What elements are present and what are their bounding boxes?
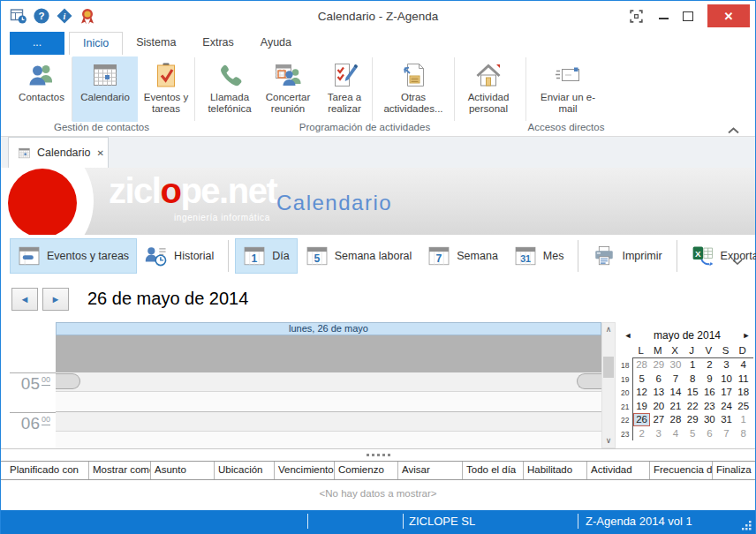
- grid-column-header[interactable]: Todo el día: [463, 462, 524, 479]
- minical-day[interactable]: 17: [718, 386, 735, 399]
- scrollbar-thumb[interactable]: [603, 357, 614, 378]
- next-day-button[interactable]: ►: [42, 288, 69, 311]
- toolbar-button-cal-7[interactable]: 7Semana: [420, 238, 506, 274]
- minical-day[interactable]: 5: [633, 372, 650, 386]
- minical-day[interactable]: 2: [701, 358, 718, 372]
- minical-day[interactable]: 13: [650, 386, 667, 399]
- mini-calendar-prev-icon[interactable]: ◄: [621, 331, 635, 340]
- maximize-button[interactable]: [683, 11, 693, 21]
- minical-day[interactable]: 26: [633, 413, 650, 426]
- tab-calendario[interactable]: Calendario ✕: [8, 137, 109, 168]
- minical-day[interactable]: 3: [718, 358, 735, 372]
- selection-handle-left[interactable]: [56, 373, 80, 389]
- minical-day[interactable]: 5: [684, 427, 701, 440]
- minical-day[interactable]: 12: [633, 386, 650, 399]
- minical-day[interactable]: 8: [735, 427, 752, 440]
- day-column-header[interactable]: lunes, 26 de mayo: [56, 322, 601, 335]
- tab-close-icon[interactable]: ✕: [96, 148, 103, 158]
- minical-day[interactable]: 31: [718, 413, 735, 426]
- grid-column-header[interactable]: Asunto: [151, 462, 215, 479]
- toolbar-button-export[interactable]: XExportar...: [684, 238, 756, 274]
- minical-day[interactable]: 6: [650, 372, 667, 386]
- vertical-scrollbar[interactable]: ∧ ∨: [601, 322, 616, 448]
- toolbar-chevron-down-icon[interactable]: [732, 252, 743, 259]
- minical-day[interactable]: 30: [667, 358, 684, 372]
- toolbar-button-cal-31[interactable]: 31Mes: [506, 238, 572, 274]
- toolbar-button-history[interactable]: Historial: [137, 238, 222, 274]
- minical-day[interactable]: 9: [701, 372, 718, 386]
- minical-day[interactable]: 1: [684, 358, 701, 372]
- minical-day[interactable]: 22: [684, 400, 701, 413]
- help-icon[interactable]: ?: [33, 7, 50, 25]
- minical-day[interactable]: 14: [667, 386, 684, 399]
- minical-day[interactable]: 7: [667, 372, 684, 386]
- menu-tab-ayuda[interactable]: Ayuda: [247, 32, 305, 55]
- grid-column-header[interactable]: Habilitado: [524, 462, 587, 479]
- menu-tab-sistema[interactable]: Sistema: [123, 32, 189, 55]
- grid-column-header[interactable]: Vencimiento: [275, 462, 335, 479]
- resize-grip[interactable]: [741, 520, 752, 531]
- minical-day[interactable]: 25: [735, 400, 752, 413]
- toolbar-button-cal-5[interactable]: 5Semana laboral: [298, 238, 420, 274]
- minical-day[interactable]: 7: [718, 427, 735, 440]
- splitter-handle[interactable]: [1, 448, 755, 461]
- info-icon[interactable]: i: [56, 7, 73, 25]
- minimize-button[interactable]: [658, 10, 669, 22]
- minical-day[interactable]: 1: [735, 413, 752, 426]
- ribbon-button-task[interactable]: Tarea a realizar: [317, 56, 372, 122]
- award-icon[interactable]: [79, 7, 96, 25]
- toolbar-button-cal-1[interactable]: 1Día: [235, 238, 297, 274]
- minical-day[interactable]: 24: [718, 400, 735, 413]
- time-slot[interactable]: [56, 372, 601, 392]
- ribbon-button-phone[interactable]: Llamada telefónica: [200, 56, 259, 122]
- minical-day[interactable]: 11: [735, 372, 752, 386]
- minical-day[interactable]: 29: [684, 413, 701, 426]
- minical-day[interactable]: 21: [667, 400, 684, 413]
- time-slot[interactable]: [56, 392, 601, 412]
- grid-column-header[interactable]: Frecuencia de: [650, 462, 713, 479]
- minical-day[interactable]: 4: [735, 358, 752, 372]
- minical-day[interactable]: 27: [650, 413, 667, 426]
- scroll-up-icon[interactable]: ∧: [602, 324, 615, 335]
- mini-calendar-next-icon[interactable]: ►: [739, 331, 753, 340]
- minical-day[interactable]: 19: [633, 400, 650, 413]
- grid-column-header[interactable]: Comienzo: [335, 462, 398, 479]
- minical-day[interactable]: 18: [735, 386, 752, 399]
- minical-day[interactable]: 4: [667, 427, 684, 440]
- selection-handle-right[interactable]: [577, 373, 601, 389]
- ribbon-button-house[interactable]: Actividad personal: [457, 56, 520, 122]
- minical-day[interactable]: 29: [650, 358, 667, 372]
- minical-day[interactable]: 16: [701, 386, 718, 399]
- grid-column-header[interactable]: Ubicación: [215, 462, 275, 479]
- minical-day[interactable]: 23: [701, 400, 718, 413]
- minical-day[interactable]: 28: [633, 358, 650, 372]
- minical-day[interactable]: 28: [667, 413, 684, 426]
- minical-day[interactable]: 15: [684, 386, 701, 399]
- ribbon-button-other[interactable]: Otras actividades...: [374, 56, 452, 122]
- menu-overflow-button[interactable]: ...: [10, 32, 64, 55]
- fullscreen-icon[interactable]: [629, 9, 644, 24]
- ribbon-button-events[interactable]: Eventos y tareas: [138, 56, 194, 122]
- prev-day-button[interactable]: ◄: [11, 288, 38, 311]
- minical-day[interactable]: 30: [701, 413, 718, 426]
- time-slot[interactable]: [56, 432, 601, 448]
- close-button[interactable]: ✕: [707, 4, 750, 27]
- grid-column-header[interactable]: Planificado con: [1, 462, 89, 479]
- ribbon-button-contacts[interactable]: Contactos: [11, 56, 72, 122]
- menu-tab-inicio[interactable]: Inicio: [69, 32, 123, 55]
- minical-day[interactable]: 6: [701, 427, 718, 440]
- ribbon-button-meeting[interactable]: Concertar reunión: [259, 56, 317, 122]
- ribbon-button-email[interactable]: Enviar un e-mail: [533, 56, 602, 122]
- minical-day[interactable]: 8: [684, 372, 701, 386]
- grid-column-header[interactable]: Finaliza: [713, 462, 755, 479]
- toolbar-button-evtasks[interactable]: Eventos y tareas: [10, 238, 137, 274]
- all-day-area[interactable]: [56, 335, 601, 372]
- scroll-down-icon[interactable]: ∨: [602, 435, 615, 447]
- grid-column-header[interactable]: Avisar: [398, 462, 463, 479]
- grid-column-header[interactable]: Mostrar como: [89, 462, 151, 479]
- menu-tab-extras[interactable]: Extras: [189, 32, 246, 55]
- minical-day[interactable]: 10: [718, 372, 735, 386]
- ribbon-collapse-chevron-icon[interactable]: [728, 122, 739, 129]
- minical-day[interactable]: 3: [650, 427, 667, 440]
- toolbar-button-print[interactable]: Imprimir: [585, 238, 669, 274]
